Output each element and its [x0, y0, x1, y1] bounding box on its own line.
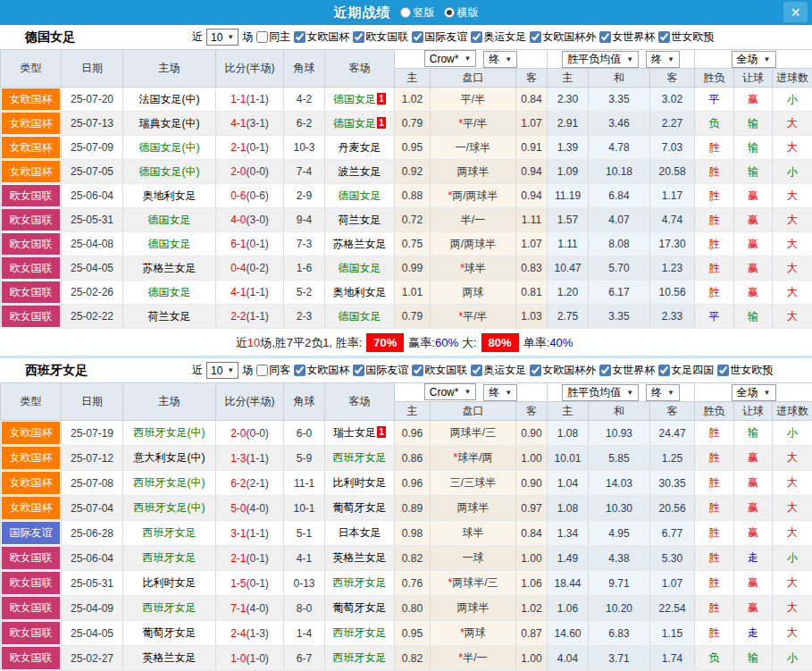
- competition-checkbox[interactable]: [599, 31, 611, 43]
- odds-company-select[interactable]: Crow*: [424, 50, 477, 67]
- competition-checkbox[interactable]: [599, 365, 611, 376]
- layout-option-horizontal[interactable]: 横版: [444, 5, 479, 21]
- same-away-checkbox[interactable]: [256, 365, 268, 376]
- star-marker: *: [448, 189, 452, 202]
- competition-checkbox[interactable]: [294, 31, 306, 43]
- competition-filter[interactable]: 国际友谊: [412, 29, 467, 45]
- competition-checkbox[interactable]: [530, 365, 541, 376]
- handicap-line: 两球: [431, 281, 516, 305]
- home-team: 德国女足: [123, 232, 216, 256]
- handicap-away-odds: 1.03: [516, 305, 548, 329]
- corners: 9-4: [284, 208, 325, 232]
- result-wdl: 胜: [695, 160, 734, 184]
- match-count-select[interactable]: 10: [206, 29, 239, 46]
- result-handicap: 输: [734, 160, 773, 184]
- germany-summary: 近10场,胜7平2负1, 胜率:70%赢率:60%大:80%单率:40%: [0, 329, 812, 356]
- handicap-home-odds: 0.89: [395, 496, 431, 521]
- layout-option-vertical[interactable]: 竖版: [400, 5, 435, 21]
- competition-checkbox[interactable]: [717, 365, 729, 376]
- score: 0-6(0-6): [216, 184, 284, 208]
- competition-checkbox[interactable]: [412, 365, 423, 376]
- germany-filter-row: 德国女足 近 10 场 同主 女欧国杯欧女国联国际友谊奥运女足女欧国杯外女世界杯…: [0, 25, 812, 49]
- competition-filter[interactable]: 女足四国: [658, 363, 714, 378]
- avg-away-odds: 20.58: [650, 160, 695, 184]
- away-team: 西班牙女足: [325, 621, 395, 646]
- handicap-away-odds: 0.84: [516, 521, 548, 546]
- competition-filter[interactable]: 女世界杯: [599, 363, 655, 378]
- competition-checkbox[interactable]: [471, 31, 482, 43]
- score: 1-5(0-1): [216, 571, 284, 596]
- avg-home-odds: 14.60: [548, 621, 589, 646]
- competition-badge-label: 欧女国联: [2, 209, 60, 231]
- competition-filter[interactable]: 欧女国联: [412, 363, 467, 378]
- scope-select[interactable]: 全场: [732, 384, 776, 401]
- avg-time-select[interactable]: 终: [646, 384, 680, 401]
- same-home-filter[interactable]: 同主: [256, 29, 290, 45]
- competition-filter[interactable]: 欧女国联: [353, 29, 408, 45]
- score: 0-4(0-2): [216, 256, 284, 281]
- competition-checkbox[interactable]: [471, 365, 482, 376]
- col-score: 比分(半场): [216, 50, 284, 88]
- avg-home-odds: 4.04: [548, 646, 589, 671]
- competition-filter[interactable]: 女欧国杯外: [530, 29, 596, 45]
- corners: 8-0: [284, 596, 325, 621]
- competition-filter[interactable]: 世女欧预: [658, 29, 714, 45]
- avg-draw-odds: 6.84: [589, 184, 650, 208]
- competition-filters: 女欧国杯欧女国联国际友谊奥运女足女欧国杯外女世界杯世女欧预: [290, 29, 714, 45]
- competition-filter[interactable]: 国际友谊: [353, 363, 408, 378]
- away-team: 奥地利女足: [325, 281, 395, 305]
- away-team: 波兰女足: [325, 160, 395, 184]
- result-goals: 大: [773, 256, 812, 281]
- odds-time-select[interactable]: 终: [483, 51, 517, 68]
- same-home-checkbox[interactable]: [256, 31, 268, 43]
- star-marker: *: [458, 310, 463, 323]
- avg-type-select[interactable]: 胜平负均值: [562, 51, 639, 68]
- close-icon[interactable]: ✕: [783, 2, 808, 22]
- team-name: 德国女足: [25, 29, 192, 46]
- competition-badge-label: 欧女国联: [2, 647, 60, 669]
- same-away-filter[interactable]: 同客: [256, 363, 290, 378]
- avg-home-odds: 1.09: [548, 160, 589, 184]
- competition-checkbox[interactable]: [353, 31, 364, 43]
- away-team: 葡萄牙女足: [325, 596, 395, 621]
- competition-checkbox[interactable]: [530, 31, 541, 43]
- corners: 6-2: [284, 112, 325, 136]
- competition-filter[interactable]: 奥运女足: [471, 363, 526, 378]
- col-avg-draw: 和: [589, 69, 650, 88]
- home-team: 德国女足(中): [123, 136, 216, 160]
- competition-filter[interactable]: 女世界杯: [599, 29, 655, 45]
- avg-group-header: 胜平负均值终: [548, 383, 695, 402]
- competition-filter[interactable]: 世女欧预: [717, 363, 773, 378]
- match-row: 欧女国联25-04-09西班牙女足7-1(4-0)8-0葡萄牙女足0.80两球半…: [1, 596, 812, 621]
- competition-checkbox[interactable]: [658, 31, 670, 43]
- competition-checkbox[interactable]: [294, 365, 306, 376]
- avg-away-odds: 24.47: [650, 421, 695, 446]
- handicap-line: 半/一: [431, 208, 516, 232]
- competition-filter[interactable]: 女欧国杯: [294, 363, 349, 378]
- handicap-away-odds: 0.87: [516, 621, 548, 646]
- match-date: 25-07-20: [62, 88, 123, 112]
- result-handicap: 赢: [734, 571, 773, 596]
- match-count-select[interactable]: 10: [206, 362, 239, 379]
- result-goals: 大: [773, 305, 812, 329]
- competition-filter[interactable]: 奥运女足: [471, 29, 526, 45]
- competition-checkbox[interactable]: [658, 365, 670, 376]
- competition-badge: 女欧国杯: [1, 160, 62, 184]
- competition-checkbox[interactable]: [353, 365, 364, 376]
- odds-time-select[interactable]: 终: [483, 384, 517, 401]
- avg-type-select[interactable]: 胜平负均值: [562, 384, 639, 401]
- competition-checkbox[interactable]: [412, 31, 423, 43]
- avg-time-select[interactable]: 终: [646, 51, 680, 68]
- scope-select[interactable]: 全场: [732, 51, 776, 68]
- col-away: 客场: [325, 383, 395, 421]
- col-date: 日期: [62, 383, 123, 421]
- competition-filter[interactable]: 女欧国杯: [294, 29, 349, 45]
- handicap-away-odds: 0.91: [516, 136, 548, 160]
- avg-draw-odds: 3.46: [589, 112, 650, 136]
- handicap-away-odds: 1.07: [516, 232, 548, 256]
- match-row: 欧女国联25-02-26德国女足4-1(1-1)5-2奥地利女足1.01两球0.…: [1, 281, 812, 305]
- col-date: 日期: [62, 50, 123, 88]
- handicap-home-odds: 0.75: [395, 232, 431, 256]
- odds-company-select[interactable]: Crow*: [424, 383, 477, 400]
- competition-filter[interactable]: 女欧国杯外: [530, 363, 596, 378]
